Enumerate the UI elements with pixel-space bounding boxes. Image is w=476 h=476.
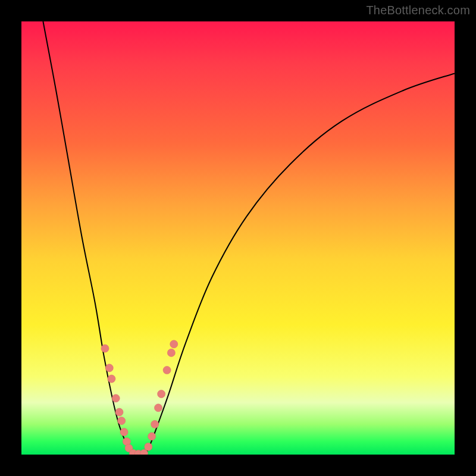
bead-marker: [115, 408, 123, 416]
chart-container: TheBottleneck.com: [0, 0, 476, 476]
bead-marker: [154, 404, 162, 412]
chart-svg: [21, 21, 455, 455]
bead-marker: [105, 364, 113, 372]
bead-marker: [145, 443, 152, 450]
bead-marker: [163, 366, 171, 374]
bead-marker: [148, 433, 156, 440]
watermark-text: TheBottleneck.com: [366, 4, 470, 17]
bead-marker: [151, 420, 159, 428]
right-curve: [143, 73, 455, 455]
bead-marker: [118, 417, 126, 425]
bead-marker: [112, 394, 120, 402]
bead-marker: [101, 345, 109, 352]
bead-marker: [108, 375, 115, 383]
marker-beads: [101, 340, 178, 455]
bead-marker: [170, 340, 178, 348]
plot-area: [21, 21, 455, 455]
left-curve: [43, 21, 133, 455]
bead-marker: [167, 349, 175, 356]
bead-marker: [158, 390, 165, 398]
bead-marker: [120, 428, 128, 436]
